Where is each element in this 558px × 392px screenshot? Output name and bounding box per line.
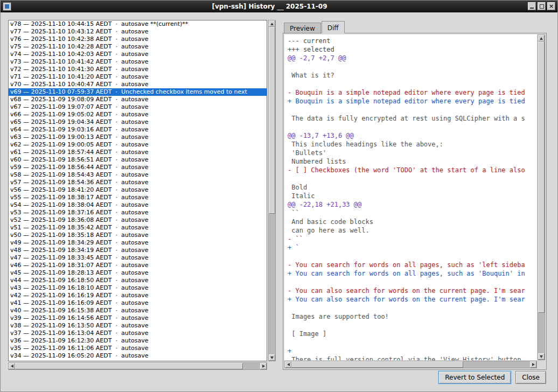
tab-preview[interactable]: Preview — [284, 23, 321, 33]
list-item[interactable]: v60 — 2025-11-09 18:56:51 AEDT · autosav… — [9, 156, 267, 164]
diff-line: - You can also search for words on the c… — [288, 286, 537, 295]
app-icon[interactable] — [3, 2, 11, 11]
list-item[interactable]: v55 — 2025-11-09 18:38:17 AEDT · autosav… — [9, 194, 267, 201]
list-item[interactable]: v53 — 2025-11-09 18:37:16 AEDT · autosav… — [9, 209, 267, 216]
scroll-down-icon — [270, 356, 274, 359]
diff-line: The data is fully encrypted at rest usin… — [288, 114, 537, 123]
scroll-up-button[interactable] — [269, 20, 275, 27]
list-item[interactable]: v68 — 2025-11-09 19:08:09 AEDT · autosav… — [9, 96, 267, 103]
list-item[interactable]: v70 — 2025-11-10 10:40:47 AEDT · autosav… — [9, 81, 267, 88]
list-item[interactable]: v62 — 2025-11-09 19:00:05 AEDT · autosav… — [9, 141, 267, 149]
list-item[interactable]: v46 — 2025-11-09 18:31:07 AEDT · autosav… — [9, 262, 267, 269]
diff-line: - Bouquin is a simple notepad editor whe… — [288, 88, 537, 97]
tab-diff[interactable]: Diff — [322, 21, 345, 33]
list-item[interactable]: v38 — 2025-11-09 16:13:50 AEDT · autosav… — [9, 322, 267, 330]
list-item[interactable]: v72 — 2025-11-10 10:41:30 AEDT · autosav… — [9, 66, 267, 73]
diff-line: What is it? — [288, 71, 537, 80]
list-item[interactable]: v58 — 2025-11-09 18:54:43 AEDT · autosav… — [9, 171, 267, 179]
list-item[interactable]: v64 — 2025-11-09 19:03:16 AEDT · autosav… — [9, 126, 267, 134]
scroll-down-button[interactable] — [269, 354, 275, 361]
diff-line: `` — [288, 209, 537, 218]
list-item[interactable]: v67 — 2025-11-09 19:07:07 AEDT · autosav… — [9, 103, 267, 111]
scroll-thumb[interactable] — [538, 41, 545, 313]
list-item[interactable]: v69 — 2025-11-10 07:59:37 AEDT · Uncheck… — [9, 88, 267, 96]
scroll-left-button[interactable] — [9, 363, 15, 369]
list-item[interactable]: v42 — 2025-11-09 16:16:19 AEDT · autosav… — [9, 292, 267, 299]
list-item[interactable]: v56 — 2025-11-09 18:41:20 AEDT · autosav… — [9, 186, 267, 194]
scroll-track[interactable] — [538, 41, 545, 353]
list-item[interactable]: v49 — 2025-11-09 18:34:29 AEDT · autosav… — [9, 239, 267, 247]
scroll-up-icon — [270, 23, 274, 25]
list-item[interactable]: v41 — 2025-11-09 16:16:09 AEDT · autosav… — [9, 299, 267, 307]
scroll-track[interactable] — [269, 27, 275, 354]
diff-line: can go here as well. — [288, 226, 537, 235]
history-list-hscrollbar[interactable] — [8, 362, 267, 370]
diff-line: @@ -13,7 +13,6 @@ — [288, 131, 537, 140]
list-item[interactable]: v63 — 2025-11-09 19:00:13 AEDT · autosav… — [9, 134, 267, 141]
diff-line — [288, 304, 537, 312]
diff-view[interactable]: --- current+++ selected@@ -2,7 +2,7 @@ W… — [284, 34, 537, 360]
list-item[interactable]: v76 — 2025-11-10 10:42:38 AEDT · autosav… — [9, 36, 267, 43]
preview-diff-tabs: Preview Diff — [284, 21, 345, 33]
close-dialog-button[interactable]: Close — [515, 371, 546, 384]
scroll-thumb[interactable] — [291, 361, 463, 368]
scroll-up-icon — [540, 37, 543, 40]
diff-hscrollbar[interactable] — [284, 361, 537, 368]
list-item[interactable]: v54 — 2025-11-09 18:38:04 AEDT · autosav… — [9, 201, 267, 209]
titlebar[interactable]: [vpn-ssh] History __ 2025-11-09 × — [1, 1, 557, 12]
minimize-button[interactable] — [528, 2, 536, 10]
list-item[interactable]: v39 — 2025-11-09 16:14:56 AEDT · autosav… — [9, 314, 267, 322]
diff-line: Bold — [288, 183, 537, 192]
scroll-track[interactable] — [291, 361, 530, 368]
scroll-thumb[interactable] — [15, 363, 243, 369]
scroll-down-button[interactable] — [538, 353, 545, 360]
list-item[interactable]: v51 — 2025-11-09 18:35:42 AEDT · autosav… — [9, 224, 267, 232]
list-item[interactable]: v73 — 2025-11-10 10:41:42 AEDT · autosav… — [9, 58, 267, 66]
list-item[interactable]: v43 — 2025-11-09 16:18:10 AEDT · autosav… — [9, 284, 267, 292]
list-item[interactable]: v36 — 2025-11-09 16:12:30 AEDT · autosav… — [9, 337, 267, 345]
history-list-vscrollbar[interactable] — [268, 20, 276, 361]
maximize-button[interactable] — [538, 2, 546, 10]
list-item[interactable]: v77 — 2025-11-10 10:43:12 AEDT · autosav… — [9, 28, 267, 36]
close-window-button[interactable]: × — [547, 2, 555, 10]
list-item[interactable]: v52 — 2025-11-09 18:36:08 AEDT · autosav… — [9, 216, 267, 224]
diff-line: There is full version control via the 'V… — [288, 355, 537, 360]
scroll-right-button[interactable] — [530, 361, 536, 368]
list-item[interactable]: v65 — 2025-11-09 19:04:34 AEDT · autosav… — [9, 118, 267, 126]
list-item[interactable]: v44 — 2025-11-09 16:18:50 AEDT · autosav… — [9, 277, 267, 284]
list-item[interactable]: v50 — 2025-11-09 18:35:18 AEDT · autosav… — [9, 232, 267, 239]
list-item[interactable]: v71 — 2025-11-10 10:41:20 AEDT · autosav… — [9, 73, 267, 81]
diff-line: @@ -2,7 +2,7 @@ — [288, 54, 537, 62]
list-item[interactable]: v47 — 2025-11-09 18:33:45 AEDT · autosav… — [9, 254, 267, 262]
diff-line — [288, 123, 537, 131]
diff-vscrollbar[interactable] — [538, 34, 545, 360]
list-item[interactable]: v34 — 2025-11-09 16:05:20 AEDT · autosav… — [9, 352, 267, 360]
app-icon-glyph — [5, 4, 9, 9]
diff-line: + You can also search for words on the c… — [288, 295, 537, 304]
diff-line: + ` — [288, 243, 537, 252]
revert-to-selected-button[interactable]: Revert to Selected — [438, 371, 511, 384]
list-item[interactable]: v57 — 2025-11-09 18:54:36 AEDT · autosav… — [9, 179, 267, 186]
list-item[interactable]: v75 — 2025-11-10 10:42:28 AEDT · autosav… — [9, 43, 267, 51]
scroll-right-button[interactable] — [260, 363, 267, 369]
diff-line: @@ -22,18 +21,33 @@ — [288, 200, 537, 209]
list-item[interactable]: v40 — 2025-11-09 16:15:38 AEDT · autosav… — [9, 307, 267, 314]
diff-line: - [ ] Checkboxes (the word 'TODO' at the… — [288, 166, 537, 174]
diff-line — [288, 62, 537, 71]
list-item[interactable]: v74 — 2025-11-10 10:42:03 AEDT · autosav… — [9, 51, 267, 58]
list-item[interactable]: v59 — 2025-11-09 18:56:44 AEDT · autosav… — [9, 164, 267, 171]
list-item[interactable]: v61 — 2025-11-09 18:57:44 AEDT · autosav… — [9, 149, 267, 156]
scroll-left-button[interactable] — [285, 361, 291, 368]
list-item[interactable]: v33 — 2025-11-09 16:05:01 AEDT · autosav… — [9, 360, 267, 361]
list-item[interactable]: v48 — 2025-11-09 18:34:19 AEDT · autosav… — [9, 247, 267, 254]
list-item[interactable]: v66 — 2025-11-09 19:05:02 AEDT · autosav… — [9, 111, 267, 118]
list-item[interactable]: v35 — 2025-11-09 16:11:06 AEDT · autosav… — [9, 345, 267, 352]
history-list[interactable]: v78 — 2025-11-10 10:44:15 AEDT · autosav… — [8, 20, 267, 361]
scroll-track[interactable] — [15, 363, 260, 369]
diff-line — [288, 321, 537, 330]
list-item[interactable]: v37 — 2025-11-09 16:13:04 AEDT · autosav… — [9, 330, 267, 337]
list-item[interactable]: v78 — 2025-11-10 10:44:15 AEDT · autosav… — [9, 20, 267, 28]
scroll-thumb[interactable] — [269, 27, 275, 214]
scroll-up-button[interactable] — [538, 35, 545, 41]
list-item[interactable]: v45 — 2025-11-09 18:28:13 AEDT · autosav… — [9, 269, 267, 277]
